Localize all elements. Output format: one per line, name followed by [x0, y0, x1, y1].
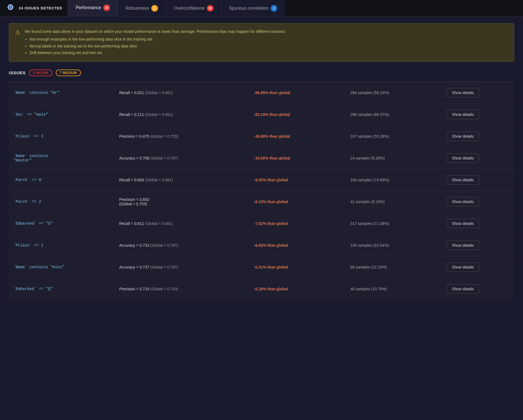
diff-value: -5.18% than global — [250, 278, 346, 300]
metric-value: Precision = 0.692 (Global = 0.753) — [115, 191, 250, 212]
metric-global: (Global = 0.661) — [145, 112, 173, 117]
show-details-button[interactable]: Show details — [447, 262, 479, 272]
diff-value: -9.20% than global — [250, 169, 346, 191]
issues-title: ISSUES — [9, 70, 26, 75]
metric-value: Recall = 0.611 (Global = 0.661) — [115, 212, 250, 234]
slice-name: `Pclass` == 1 — [9, 234, 115, 256]
slice-name: `Embarked` == "S" — [9, 212, 115, 234]
tab-performance-label: Performance — [76, 5, 101, 10]
metric-global: (Global = 0.661) — [145, 91, 173, 95]
samples-count: 296 samples (66.37%) — [346, 103, 442, 125]
show-details-button[interactable]: Show details — [447, 197, 479, 206]
metric-value: Precision = 0.475 (Global = 0.753) — [115, 125, 250, 147]
samples-count: 48 samples (10.76%) — [346, 278, 442, 300]
svg-point-3 — [10, 6, 11, 8]
issues-count: 24 ISSUES DETECTED — [19, 6, 62, 10]
show-details-cell: Show details — [442, 103, 514, 125]
show-details-button[interactable]: Show details — [447, 175, 479, 185]
samples-count: 105 samples (23.54%) — [346, 234, 442, 256]
table-row: `Name` contains "master"Accuracy = 0.708… — [9, 147, 514, 169]
metric-value: Recall = 0.021 (Global = 0.661) — [115, 82, 250, 103]
slice-name: `Embarked` == "Q" — [9, 278, 115, 300]
metric-value: Accuracy = 0.708 (Global = 0.787) — [115, 147, 250, 169]
tab-overconfidence-badge: 10 — [207, 5, 213, 12]
diff-value: -36.89% than global — [250, 125, 346, 147]
alert-box: ⚠ We found some data slices in your data… — [9, 23, 514, 62]
logo-area: 24 ISSUES DETECTED — [0, 0, 68, 16]
table-row: `Pclass` == 3Precision = 0.475 (Global =… — [9, 125, 514, 147]
table-row: `Name` contains "mr"Recall = 0.021 (Glob… — [9, 82, 514, 103]
metric-global: (Global = 0.787) — [150, 243, 178, 248]
tab-performance-badge: 10 — [103, 4, 110, 11]
issues-container: `Name` contains "mr"Recall = 0.021 (Glob… — [9, 81, 514, 301]
tab-spurious[interactable]: Spurious correlation 3 — [221, 0, 285, 16]
samples-count: 334 samples (74.89%) — [346, 169, 442, 191]
slice-name: `Name` contains "mr" — [9, 82, 115, 103]
show-details-cell: Show details — [442, 256, 514, 278]
show-details-button[interactable]: Show details — [447, 241, 479, 250]
tab-overconfidence[interactable]: Overconfidence 10 — [166, 0, 221, 16]
slice-name: `Name` contains "miss" — [9, 256, 115, 278]
table-row: `Embarked` == "S"Recall = 0.611 (Global … — [9, 212, 514, 234]
slice-name: `Parch` == 0 — [9, 169, 115, 191]
show-details-button[interactable]: Show details — [447, 88, 479, 97]
table-row: `Pclass` == 1Accuracy = 0.733 (Global = … — [9, 234, 514, 256]
show-details-cell: Show details — [442, 278, 514, 300]
alert-bullets: Not enough examples in the low-performin… — [30, 36, 286, 56]
metric-global: (Global = 0.787) — [150, 156, 178, 160]
show-details-button[interactable]: Show details — [447, 153, 479, 163]
show-details-button[interactable]: Show details — [447, 110, 479, 119]
samples-count: 24 samples (5.38%) — [346, 147, 442, 169]
slice-name: `Pclass` == 3 — [9, 125, 115, 147]
samples-count: 247 samples (55.38%) — [346, 125, 442, 147]
table-row: `Sex` == "male"Recall = 0.111 (Global = … — [9, 103, 514, 125]
tab-robustness-badge: 1 — [151, 5, 158, 12]
metric-global: (Global = 0.661) — [145, 178, 173, 182]
show-details-cell: Show details — [442, 191, 514, 212]
show-details-cell: Show details — [442, 212, 514, 234]
main-content: ⚠ We found some data slices in your data… — [0, 17, 523, 307]
metric-value: Accuracy = 0.733 (Global = 0.787) — [115, 234, 250, 256]
samples-count: 99 samples (22.20%) — [346, 256, 442, 278]
show-details-button[interactable]: Show details — [447, 219, 479, 228]
metric-global: (Global = 0.753) — [150, 134, 178, 139]
show-details-cell: Show details — [442, 169, 514, 191]
metric-global: (Global = 0.753) — [150, 287, 178, 291]
slice-name: `Sex` == "male" — [9, 103, 115, 125]
tab-robustness-label: Robustness — [126, 6, 149, 11]
issues-table: `Name` contains "mr"Recall = 0.021 (Glob… — [9, 82, 514, 300]
slice-name: `Parch` == 2 — [9, 191, 115, 212]
metric-value: Recall = 0.111 (Global = 0.661) — [115, 103, 250, 125]
tab-performance[interactable]: Performance 10 — [68, 0, 118, 16]
slice-name: `Name` contains "master" — [9, 147, 115, 169]
major-badge: 3 MAJOR — [29, 70, 52, 76]
diff-value: -8.10% than global — [250, 191, 346, 212]
show-details-button[interactable]: Show details — [447, 132, 479, 141]
warning-icon: ⚠ — [15, 29, 20, 57]
logo-icon — [6, 3, 15, 13]
medium-badge: 7 MEDIUM — [56, 70, 81, 76]
metric-value: Recall = 0.600 (Global = 0.661) — [115, 169, 250, 191]
diff-value: -10.00% than global — [250, 147, 346, 169]
show-details-button[interactable]: Show details — [447, 284, 479, 294]
table-row: `Embarked` == "Q"Precision = 0.714 (Glob… — [9, 278, 514, 300]
samples-count: 41 samples (9.19%) — [346, 191, 442, 212]
alert-text: We found some data slices in your datase… — [25, 28, 286, 57]
metric-global: (Global = 0.661) — [145, 221, 173, 226]
diff-value: -83.19% than global — [250, 103, 346, 125]
table-row: `Name` contains "miss"Accuracy = 0.737 (… — [9, 256, 514, 278]
samples-count: 264 samples (59.19%) — [346, 82, 442, 103]
tabs: Performance 10 Robustness 1 Overconfiden… — [68, 0, 285, 16]
tab-robustness[interactable]: Robustness 1 — [118, 0, 166, 16]
header: 24 ISSUES DETECTED Performance 10 Robust… — [0, 0, 523, 17]
alert-bullet-3: Drift between your training set and test… — [30, 50, 286, 56]
tab-spurious-badge: 3 — [271, 5, 277, 12]
alert-bullet-1: Not enough examples in the low-performin… — [30, 36, 286, 42]
table-row: `Parch` == 2Precision = 0.692 (Global = … — [9, 191, 514, 212]
show-details-cell: Show details — [442, 147, 514, 169]
diff-value: -6.82% than global — [250, 234, 346, 256]
show-details-cell: Show details — [442, 234, 514, 256]
metric-value: Accuracy = 0.737 (Global = 0.787) — [115, 256, 250, 278]
issues-header: ISSUES 3 MAJOR 7 MEDIUM — [9, 70, 514, 76]
tab-overconfidence-label: Overconfidence — [174, 6, 205, 11]
